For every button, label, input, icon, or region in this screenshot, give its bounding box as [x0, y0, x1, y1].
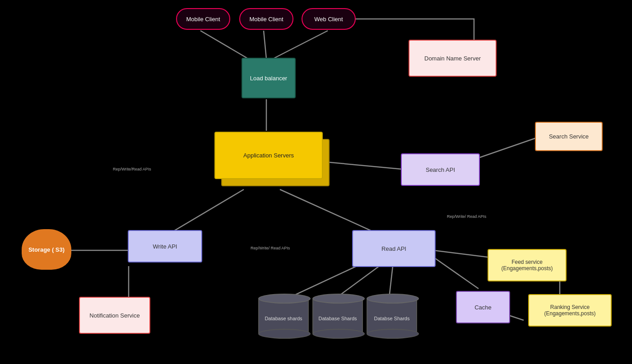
svg-line-7 [280, 189, 375, 232]
application-servers: Application Servers [214, 132, 323, 179]
ranking-service: Ranking Service (Engagements,posts) [528, 294, 612, 327]
svg-line-11 [433, 250, 488, 257]
annotation-1: Rep/Write/Read APIs [113, 167, 151, 172]
feed-service: Feed service (Engagements,posts) [488, 249, 567, 281]
system-diagram: Mobile Client Mobile Client Web Client D… [0, 0, 632, 364]
annotation-3: Rep/Write/ Read APIs [251, 246, 290, 251]
svg-line-2 [273, 31, 328, 59]
web-client: Web Client [302, 8, 356, 30]
search-api: Search API [401, 153, 480, 186]
write-api: Write API [128, 230, 202, 263]
storage-s3: Storage ( S3) [22, 229, 71, 270]
mobile-client-2: Mobile Client [239, 8, 293, 30]
svg-line-4 [321, 161, 402, 169]
svg-line-5 [479, 138, 537, 158]
mobile-client-1: Mobile Client [176, 8, 230, 30]
svg-line-1 [264, 31, 266, 59]
read-api: Read API [352, 230, 436, 267]
cache: Cache [456, 291, 510, 323]
annotation-2: Rep/Write/ Read APIs [447, 214, 486, 220]
domain-name-server: Domain Name Server [409, 40, 497, 77]
db-shard-2: Database Shards [312, 295, 363, 337]
db-shard-1: Database shards [258, 295, 309, 337]
svg-line-8 [289, 266, 357, 298]
load-balancer: Load balancer [242, 58, 296, 98]
svg-line-9 [336, 266, 379, 298]
notification-service: Notification Service [79, 297, 150, 334]
search-service: Search Service [535, 122, 603, 151]
svg-line-6 [172, 189, 244, 232]
db-shard-3: Databse Shards [367, 295, 417, 337]
svg-line-10 [389, 266, 393, 298]
